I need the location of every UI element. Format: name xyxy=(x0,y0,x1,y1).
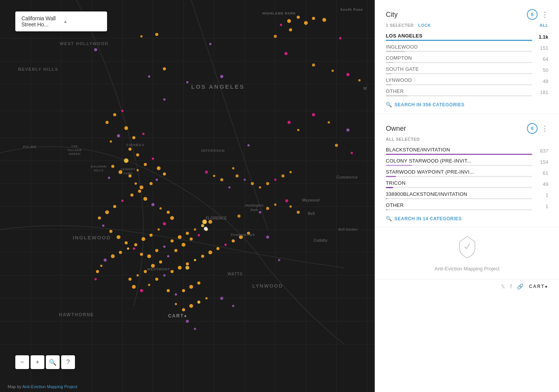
owner-filter-item[interactable]: OTHER 1 xyxy=(386,202,548,210)
svg-point-113 xyxy=(147,254,151,258)
svg-point-197 xyxy=(259,186,261,189)
svg-text:Firestone Park: Firestone Park xyxy=(231,233,255,237)
city-filter-icon-button[interactable]: 6 xyxy=(527,9,538,20)
svg-point-117 xyxy=(178,235,182,239)
city-filter-item[interactable]: SOUTH GATE 50 xyxy=(386,66,548,74)
owner-filter-icon-button[interactable]: 6 xyxy=(527,123,538,134)
svg-point-181 xyxy=(185,266,189,270)
svg-point-108 xyxy=(109,230,112,233)
svg-point-132 xyxy=(128,278,132,281)
svg-point-158 xyxy=(205,297,208,299)
map-controls: − + 🔍 ? xyxy=(15,355,75,369)
owner-filter-item[interactable]: COLONY STARWOOD (PRE-INVIT... 154 xyxy=(386,158,548,166)
owner-search-categories-button[interactable]: 🔍 SEARCH IN 14 CATEGORIES xyxy=(386,216,461,221)
svg-text:M: M xyxy=(363,86,367,91)
svg-point-114 xyxy=(155,249,158,252)
svg-point-76 xyxy=(148,75,150,78)
svg-point-155 xyxy=(182,308,185,311)
facebook-icon[interactable]: f xyxy=(510,283,512,290)
svg-point-183 xyxy=(259,211,261,213)
svg-point-134 xyxy=(140,289,143,292)
filter-item-name: COLONY STARWOOD (PRE-INVIT... xyxy=(386,158,532,164)
owner-filter-item[interactable]: TRICON 49 xyxy=(386,180,548,188)
zoom-out-button[interactable]: − xyxy=(15,355,29,369)
owner-filter-item[interactable]: BLACKSTONE/INVITATION 837 xyxy=(386,147,548,155)
svg-point-119 xyxy=(194,228,196,231)
owner-filter-item[interactable]: STARWOOD WAYPOINT (PRE-INVI... 61 xyxy=(386,169,548,177)
search-box[interactable]: California Wall Street Ho... ▲ xyxy=(15,11,107,31)
svg-text:PARK: PARK xyxy=(123,172,133,175)
svg-point-115 xyxy=(163,246,166,248)
filter-bar-container xyxy=(386,73,532,74)
svg-point-165 xyxy=(170,216,174,220)
svg-point-201 xyxy=(289,171,292,173)
city-selected-text: 1 SELECTED xyxy=(386,23,414,28)
svg-point-85 xyxy=(132,136,135,139)
svg-point-126 xyxy=(174,249,177,252)
owner-filter-item[interactable]: 338900BLACKSTONE/INVITATION 1 xyxy=(386,191,548,199)
filter-bar xyxy=(386,62,393,63)
svg-point-196 xyxy=(251,182,254,185)
svg-text:Maywood: Maywood xyxy=(302,198,320,202)
svg-point-109 xyxy=(117,235,120,239)
help-button[interactable]: ? xyxy=(61,355,75,369)
anti-eviction-icon xyxy=(458,236,476,262)
svg-point-120 xyxy=(201,224,204,227)
owner-filter-header: Owner 6 ⋮ xyxy=(386,123,548,134)
link-icon[interactable]: 🔗 xyxy=(517,283,523,290)
svg-point-182 xyxy=(237,215,240,218)
city-filter-item[interactable]: INGLEWOOD 151 xyxy=(386,44,548,52)
city-filter-item[interactable]: LYNWOOD 48 xyxy=(386,77,548,85)
svg-text:Bell Garden: Bell Garden xyxy=(338,228,358,231)
svg-point-189 xyxy=(228,186,231,189)
svg-text:INGLEWOOD: INGLEWOOD xyxy=(73,235,111,241)
filter-bar xyxy=(386,209,387,210)
filter-item-count: 154 xyxy=(537,159,548,165)
svg-point-102 xyxy=(130,194,133,197)
city-filter-item[interactable]: COMPTON 64 xyxy=(386,55,548,63)
search-map-button[interactable]: 🔍 xyxy=(46,355,60,369)
filter-bar-container xyxy=(386,198,532,199)
city-subheader-left: 1 SELECTED LOCK xyxy=(386,23,431,28)
svg-text:WESTMONT: WESTMONT xyxy=(147,267,171,271)
svg-text:HIGHLAND PARK: HIGHLAND PARK xyxy=(262,11,296,15)
city-lock-button[interactable]: LOCK xyxy=(418,23,431,28)
zoom-in-button[interactable]: + xyxy=(31,355,44,369)
filter-item-left: OTHER xyxy=(386,202,532,210)
svg-rect-0 xyxy=(0,0,375,392)
filter-item-count: 181 xyxy=(537,89,548,95)
attribution-prefix: Map by xyxy=(8,384,23,389)
svg-point-159 xyxy=(135,182,137,185)
owner-filter-subheader: ALL SELECTED xyxy=(386,137,548,142)
svg-point-57 xyxy=(322,18,326,22)
svg-point-199 xyxy=(274,179,276,181)
city-filter-actions: 6 ⋮ xyxy=(527,9,548,20)
svg-point-106 xyxy=(98,216,101,220)
svg-point-139 xyxy=(178,266,182,270)
svg-text:Cudahy: Cudahy xyxy=(314,238,328,242)
city-filter-more-button[interactable]: ⋮ xyxy=(541,10,548,19)
svg-point-175 xyxy=(100,265,102,267)
svg-text:HAWTHORNE: HAWTHORNE xyxy=(59,312,94,317)
svg-point-194 xyxy=(236,174,239,177)
filter-item-name: BLACKSTONE/INVITATION xyxy=(386,147,532,153)
owner-filter-more-button[interactable]: ⋮ xyxy=(541,124,548,133)
svg-point-209 xyxy=(232,305,234,307)
city-filter-item[interactable]: LOS ANGELES 1.1k xyxy=(386,33,548,41)
svg-text:HILLS: HILLS xyxy=(94,169,104,172)
svg-point-61 xyxy=(209,43,211,45)
city-search-categories-button[interactable]: 🔍 SEARCH IN 356 CATEGORIES xyxy=(386,102,465,107)
svg-point-83 xyxy=(117,134,120,137)
filter-item-name: LOS ANGELES xyxy=(386,33,532,39)
filter-item-name: OTHER xyxy=(386,202,532,208)
city-filter-item[interactable]: OTHER 181 xyxy=(386,88,548,96)
attribution-link[interactable]: Anti-Eviction Mapping Project xyxy=(23,384,78,389)
filter-bar xyxy=(386,95,408,96)
map-area[interactable]: HIGHLAND PARK South Pasa WEST HOLLYWOOD … xyxy=(0,0,375,392)
svg-point-192 xyxy=(205,171,208,174)
filter-bar xyxy=(386,198,387,199)
twitter-icon[interactable]: 𝕏 xyxy=(501,283,505,290)
city-all-button[interactable]: ALL xyxy=(540,23,548,28)
svg-text:THE: THE xyxy=(71,145,78,148)
filter-item-left: INGLEWOOD xyxy=(386,44,532,52)
